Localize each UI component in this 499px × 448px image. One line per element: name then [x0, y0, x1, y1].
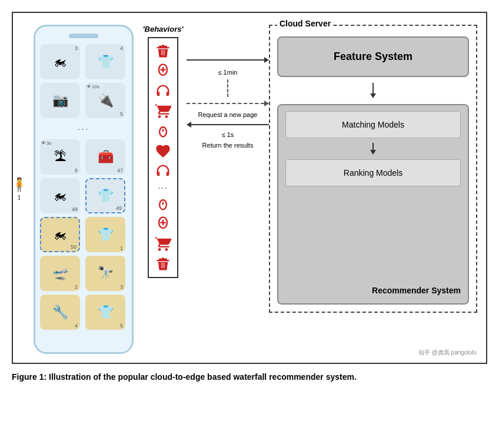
dashed-arrow-left [187, 122, 269, 128]
inner-down-arrow [285, 143, 461, 155]
recommender-system-label: Recommender System [285, 281, 461, 295]
phone-item-2: 👕 4 [85, 44, 125, 79]
dashed-arrow-right [187, 101, 269, 106]
behavior-click-icon [155, 63, 171, 79]
phone-item-5: 🏝 👁3s 6 [40, 139, 80, 175]
behavior-trash2-icon [155, 256, 171, 272]
behavior-trash-icon [155, 43, 171, 59]
phone: 🏍 3 👕 4 📷 🔌 👁10s 5 [34, 25, 134, 354]
behavior-mouse2-icon [155, 196, 171, 212]
cloud-server-label: Cloud Server [277, 19, 333, 28]
behavior-heart-icon [155, 143, 171, 159]
phone-grid: 🏍 3 👕 4 📷 🔌 👁10s 5 [40, 44, 127, 330]
phone-item-13: 🔧 4 [40, 295, 80, 330]
behaviors-col: 'Behaviors' [139, 25, 187, 278]
behavior-cart-icon [155, 103, 171, 119]
phone-item-12: 🔭 3 [85, 256, 125, 291]
behaviors-label: 'Behaviors' [142, 25, 183, 34]
behavior-headphone-icon [155, 83, 171, 99]
phone-item-8: 👕 49 [85, 178, 125, 213]
middle-right: ≤ 1min Request a new page ≤ 1s [187, 25, 477, 313]
diagram-container: 🧍 ↕ 🏍 3 👕 4 📷 [12, 12, 487, 364]
behaviors-border: ··· [148, 37, 178, 278]
cloud-server: Cloud Server Feature System Matching Mod… [269, 25, 477, 313]
svg-point-5 [159, 200, 167, 209]
arrows-col: ≤ 1min Request a new page ≤ 1s [187, 25, 269, 150]
v-dashed-line-1 [227, 79, 228, 97]
arrow-to-feature [187, 57, 269, 63]
behavior-headphone2-icon [155, 163, 171, 179]
phone-wrapper: 🧍 ↕ 🏍 3 👕 4 📷 [22, 25, 137, 354]
matching-models-box: Matching Models [285, 111, 461, 138]
down-arrow-cloud [277, 83, 469, 98]
timing-label-2: ≤ 1s [222, 131, 234, 138]
behavior-dots: ··· [158, 183, 168, 192]
behavior-click2-icon [155, 216, 171, 232]
timing-label-1: ≤ 1min [218, 69, 238, 76]
phone-item-6: 🧰 47 [85, 139, 125, 175]
phone-item-11: 🛫 2 [40, 256, 80, 291]
behavior-cart2-icon [155, 236, 171, 252]
ranking-models-box: Ranking Models [285, 159, 461, 186]
request-label: Request a new page [198, 111, 258, 118]
recommender-system-box: Matching Models Ranking Models Recommend… [277, 104, 469, 305]
phone-item-9: 🏍 50 [40, 217, 80, 252]
person-icon: 🧍 ↕ [11, 177, 27, 202]
watermark: 知乎 @龚禹 pangolulu [418, 349, 477, 357]
phone-item-7: 🏍 48 [40, 178, 80, 213]
diagram-inner: 🧍 ↕ 🏍 3 👕 4 📷 [22, 25, 477, 354]
phone-item-1: 🏍 3 [40, 44, 80, 79]
phone-item-14: 👕 5 [85, 295, 125, 330]
behavior-mouse-icon [155, 123, 171, 139]
phone-item-3: 📷 [40, 83, 80, 118]
phone-item-10: 👕 1 [85, 217, 125, 252]
figure-caption: Figure 1: Illustration of the popular cl… [12, 371, 487, 383]
return-label: Return the results [202, 142, 254, 149]
dots-row-1: ··· [40, 124, 127, 133]
phone-item-4: 🔌 👁10s 5 [85, 83, 125, 118]
feature-system-box: Feature System [277, 36, 469, 77]
